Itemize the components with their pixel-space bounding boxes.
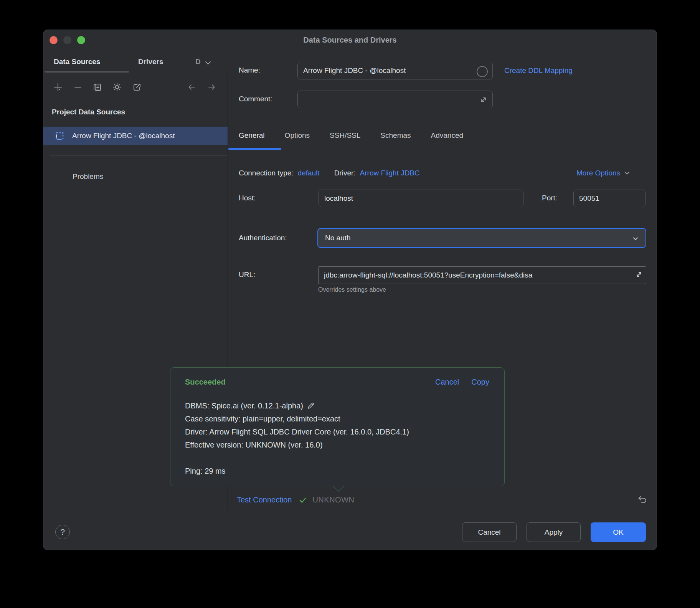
tab-schemas[interactable]: Schemas: [380, 131, 411, 140]
chevron-down-icon: [623, 169, 631, 177]
data-source-properties-button[interactable]: [111, 81, 123, 93]
more-options-label: More Options: [576, 169, 620, 177]
url-hint: Overrides settings above: [318, 286, 386, 293]
ok-button[interactable]: OK: [591, 522, 646, 542]
host-input[interactable]: localhost: [319, 190, 523, 207]
test-result-text: UNKNOWN: [312, 496, 354, 504]
name-input[interactable]: Arrow Flight JDBC - @localhost: [297, 62, 493, 79]
question-mark-icon: ?: [60, 527, 65, 537]
sidebar-divider: [50, 155, 228, 156]
connection-type-value[interactable]: default: [298, 169, 320, 177]
url-input[interactable]: jdbc:arrow-flight-sql://localhost:50051?…: [318, 266, 646, 284]
form-tabstrip: General Options SSH/SSL Schemas Advanced: [239, 131, 463, 140]
tree-item-label: Arrow Flight JDBC - @localhost: [72, 132, 175, 140]
connection-type-row: Connection type: default Driver: Arrow F…: [239, 169, 420, 177]
name-value: Arrow Flight JDBC - @localhost: [303, 66, 406, 75]
name-label: Name:: [239, 66, 260, 74]
create-ddl-mapping-link[interactable]: Create DDL Mapping: [504, 66, 573, 75]
authentication-select[interactable]: No auth: [317, 228, 646, 248]
tab-advanced[interactable]: Advanced: [431, 131, 464, 140]
effective-version-line: Effective version: UNKNOWN (ver. 16.0): [185, 438, 323, 451]
test-connection-row: Test Connection UNKNOWN: [228, 488, 657, 512]
form-tabs-divider: [228, 150, 657, 150]
tab-overflow-chevron-down-icon[interactable]: [204, 59, 212, 67]
sidebar-tabstrip: Data Sources Drivers D: [43, 54, 228, 73]
more-options-link[interactable]: More Options: [576, 169, 631, 177]
case-sensitivity-line: Case sensitivity: plain=upper, delimited…: [185, 412, 340, 425]
port-value: 50051: [579, 194, 599, 203]
authentication-label: Authentication:: [239, 234, 287, 242]
help-button[interactable]: ?: [55, 525, 70, 539]
url-value: jdbc:arrow-flight-sql://localhost:50051?…: [324, 271, 532, 279]
open-in-new-window-button[interactable]: [131, 81, 143, 93]
status-succeeded: Succeeded: [185, 378, 226, 387]
tab-options[interactable]: Options: [285, 131, 310, 140]
host-value: localhost: [324, 194, 353, 203]
check-icon: [298, 495, 308, 505]
driver-value[interactable]: Arrow Flight JDBC: [360, 169, 420, 177]
tree-item-arrow-flight-jdbc[interactable]: Arrow Flight JDBC - @localhost: [43, 127, 228, 145]
connection-type-label: Connection type:: [239, 169, 294, 177]
pencil-icon[interactable]: [306, 401, 315, 410]
undo-icon: [637, 494, 648, 506]
apply-button[interactable]: Apply: [527, 522, 581, 542]
comment-label: Comment:: [239, 95, 272, 103]
add-data-source-button[interactable]: [52, 81, 64, 93]
driver-label: Driver:: [334, 169, 356, 177]
tab-ddl-mappings-truncated[interactable]: D: [195, 58, 204, 66]
url-label: URL:: [239, 271, 255, 279]
host-label: Host:: [239, 194, 256, 202]
back-button[interactable]: [186, 81, 198, 93]
test-connection-popup: Succeeded Cancel Copy DBMS: Spice.ai (ve…: [170, 367, 505, 486]
tab-ssh-ssl[interactable]: SSH/SSL: [330, 131, 360, 140]
data-source-icon: [55, 131, 64, 141]
window-title: Data Sources and Drivers: [43, 36, 657, 45]
dbms-line: DBMS: Spice.ai (ver. 0.12.1-alpha): [185, 399, 303, 412]
expand-icon[interactable]: [633, 269, 645, 280]
revert-button[interactable]: [637, 494, 648, 506]
tab-data-sources[interactable]: Data Sources: [54, 58, 100, 66]
popup-body: DBMS: Spice.ai (ver. 0.12.1-alpha) Case …: [185, 399, 493, 477]
data-sources-dialog: Data Sources and Drivers Data Sources Dr…: [43, 30, 657, 550]
titlebar: Data Sources and Drivers: [43, 30, 657, 54]
driver-line: Driver: Arrow Flight SQL JDBC Driver Cor…: [185, 425, 409, 438]
tab-general[interactable]: General: [239, 131, 265, 140]
forward-button[interactable]: [205, 81, 218, 93]
popup-cancel-link[interactable]: Cancel: [435, 378, 459, 387]
remove-data-source-button[interactable]: [72, 81, 84, 93]
port-label: Port:: [542, 194, 557, 202]
sidebar-toolbar: [43, 81, 228, 94]
duplicate-button[interactable]: [91, 81, 103, 93]
active-tab-indicator: [45, 71, 129, 73]
popup-copy-link[interactable]: Copy: [471, 378, 489, 387]
port-input[interactable]: 50051: [573, 190, 646, 207]
authentication-value: No auth: [325, 234, 351, 242]
chevron-down-icon: [632, 235, 639, 243]
cancel-button[interactable]: Cancel: [462, 522, 517, 542]
problems-label[interactable]: Problems: [73, 172, 103, 181]
expand-icon[interactable]: [478, 94, 489, 105]
progress-spinner-icon: [477, 66, 488, 77]
test-connection-link[interactable]: Test Connection: [237, 496, 292, 504]
project-data-sources-header: Project Data Sources: [52, 108, 125, 116]
ping-line: Ping: 29 ms: [185, 464, 226, 477]
footer-divider: [43, 512, 657, 512]
comment-input[interactable]: [297, 91, 493, 108]
tab-drivers[interactable]: Drivers: [138, 58, 163, 66]
